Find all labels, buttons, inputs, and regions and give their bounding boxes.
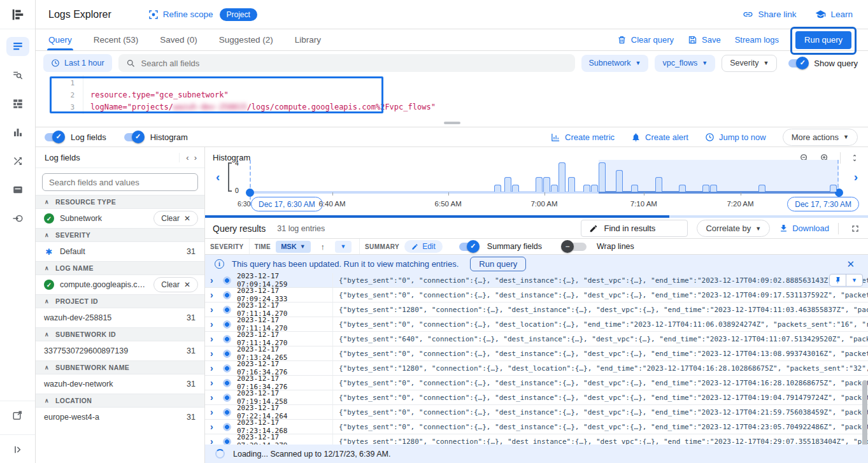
expand-row-icon[interactable]: › bbox=[210, 348, 223, 359]
log-field-value[interactable]: wazuh-dev-258815 31 bbox=[36, 308, 204, 327]
logging-product-logo-icon[interactable] bbox=[0, 0, 35, 29]
search-all-fields-input[interactable] bbox=[118, 54, 575, 72]
expand-rail-icon[interactable] bbox=[6, 440, 29, 459]
log-entry-row[interactable]: › 2023-12-17 07:11:14.270 {"bytes_sent":… bbox=[205, 317, 868, 332]
log-entry-row[interactable]: › 2023-12-17 07:22:14.264 {"bytes_sent":… bbox=[205, 405, 868, 420]
time-options-dropdown[interactable]: ▼ bbox=[335, 241, 352, 253]
histogram-bar[interactable] bbox=[830, 185, 837, 192]
histogram-bar[interactable] bbox=[599, 162, 606, 192]
log-entry-row[interactable]: › 2023-12-17 07:29:14.279 {"bytes_sent":… bbox=[205, 434, 868, 445]
histogram-bar[interactable] bbox=[504, 177, 511, 192]
histogram-toggle[interactable]: ✓ bbox=[124, 133, 142, 141]
log-entry-row[interactable]: › 2023-12-17 07:09:14.259 {"bytes_sent":… bbox=[205, 273, 868, 288]
log-entry-row[interactable]: › 2023-12-17 07:23:14.268 {"bytes_sent":… bbox=[205, 420, 868, 434]
show-query-toggle[interactable]: ✓ bbox=[788, 59, 806, 68]
histogram-bar[interactable] bbox=[758, 185, 765, 192]
banner-run-query-button[interactable]: Run query bbox=[470, 257, 526, 271]
create-metric-button[interactable]: Create metric bbox=[551, 132, 615, 142]
histogram-pan-left-icon[interactable]: ‹ bbox=[216, 170, 220, 184]
range-start-pill[interactable]: Dec 17, 6:30 AM bbox=[251, 197, 323, 211]
clear-filter-button[interactable]: Clear ✕ bbox=[153, 277, 198, 292]
row-actions-dropdown[interactable]: ▼ bbox=[846, 274, 862, 286]
histogram-bar[interactable] bbox=[583, 185, 590, 192]
histogram-bar[interactable] bbox=[631, 185, 638, 192]
log-fields-search[interactable] bbox=[42, 173, 198, 191]
nav-storage-icon[interactable] bbox=[6, 180, 29, 199]
nav-log-router-icon[interactable] bbox=[6, 152, 29, 171]
histogram-bar[interactable] bbox=[655, 177, 662, 192]
nav-log-sink-icon[interactable] bbox=[6, 209, 29, 228]
log-entry-row[interactable]: › 2023-12-17 07:11:14.270 {"bytes_sent":… bbox=[205, 303, 868, 317]
panel-collapse-icons[interactable]: ‹› bbox=[179, 153, 197, 162]
expand-row-icon[interactable]: › bbox=[210, 304, 223, 315]
histogram-bar[interactable] bbox=[591, 185, 598, 192]
log-field-section-header[interactable]: ∧ PROJECT ID bbox=[36, 294, 204, 308]
log-field-section-header[interactable]: ∧ SUBNETWORK NAME bbox=[36, 360, 204, 374]
log-field-value[interactable]: ✱ Default 31 bbox=[36, 242, 204, 261]
range-start-handle[interactable] bbox=[246, 189, 254, 197]
expand-row-icon[interactable]: › bbox=[210, 436, 223, 445]
timezone-selector[interactable]: MSK ▼ bbox=[276, 241, 310, 253]
log-field-section-header[interactable]: ∧ LOCATION bbox=[36, 394, 204, 408]
log-entry-row[interactable]: › 2023-12-17 07:19:14.258 {"bytes_sent":… bbox=[205, 390, 868, 405]
tab[interactable]: Saved (0) bbox=[160, 29, 197, 50]
tab[interactable]: Query bbox=[48, 29, 72, 50]
vertical-scrollbar[interactable] bbox=[862, 380, 867, 445]
editor-resize-handle[interactable] bbox=[444, 122, 460, 124]
log-field-section-header[interactable]: ∧ RESOURCE TYPE bbox=[36, 195, 204, 209]
resource-filter-chip[interactable]: Subnetwork ▼ bbox=[581, 55, 649, 72]
histogram-bar[interactable] bbox=[710, 185, 717, 192]
clear-query-button[interactable]: Clear query bbox=[617, 35, 674, 45]
histogram-pan-right-icon[interactable]: › bbox=[854, 170, 858, 184]
expand-histogram-icon[interactable] bbox=[850, 153, 859, 163]
histogram-bar[interactable] bbox=[559, 162, 566, 192]
severity-filter-chip[interactable]: Severity ▼ bbox=[722, 55, 777, 72]
expand-row-icon[interactable]: › bbox=[210, 392, 223, 402]
nav-log-search-icon[interactable] bbox=[6, 66, 29, 85]
expand-row-icon[interactable]: › bbox=[210, 407, 223, 417]
refine-scope-button[interactable]: Refine scope bbox=[148, 10, 213, 20]
log-field-value[interactable]: europe-west4-a 31 bbox=[36, 408, 204, 427]
stream-logs-button[interactable]: Stream logs bbox=[735, 35, 779, 45]
histogram-bar[interactable] bbox=[494, 185, 501, 192]
tab[interactable]: Suggested (2) bbox=[219, 29, 273, 50]
wrap-lines-toggle[interactable]: − bbox=[561, 240, 574, 253]
nav-logs-explorer-icon[interactable] bbox=[6, 37, 29, 56]
jump-to-now-button[interactable]: Jump to now bbox=[705, 132, 766, 142]
download-button[interactable]: Download bbox=[779, 224, 829, 233]
histogram-bar[interactable] bbox=[536, 177, 543, 192]
expand-row-icon[interactable]: › bbox=[210, 290, 223, 300]
more-actions-button[interactable]: More actions ▼ bbox=[783, 129, 858, 146]
log-field-section-header[interactable]: ∧ SUBNETWORK ID bbox=[36, 327, 204, 341]
scope-badge[interactable]: Project bbox=[220, 8, 257, 21]
log-fields-toggle[interactable]: ✓ bbox=[45, 133, 62, 141]
histogram-bar[interactable] bbox=[512, 185, 519, 192]
edit-summary-button[interactable]: Edit bbox=[404, 240, 443, 253]
clear-filter-button[interactable]: Clear ✕ bbox=[153, 211, 198, 226]
histogram-bar[interactable] bbox=[616, 170, 623, 192]
histogram-bar[interactable] bbox=[543, 177, 550, 192]
histogram-bar[interactable] bbox=[551, 185, 558, 192]
range-end-pill[interactable]: Dec 17, 7:30 AM bbox=[787, 197, 859, 211]
nav-log-analytics-icon[interactable] bbox=[6, 94, 29, 113]
save-button[interactable]: Save bbox=[688, 35, 721, 45]
learn-button[interactable]: Learn bbox=[815, 9, 853, 20]
log-entry-row[interactable]: › 2023-12-17 07:16:34.276 {"bytes_sent":… bbox=[205, 361, 868, 376]
close-banner-icon[interactable]: ✕ bbox=[846, 259, 858, 270]
expand-row-icon[interactable]: › bbox=[210, 334, 223, 344]
tab[interactable]: Recent (53) bbox=[94, 29, 139, 50]
query-text[interactable]: resource.type="gce_subnetwork"logName="p… bbox=[90, 77, 436, 113]
log-field-value[interactable]: wazuh-dev-network 31 bbox=[36, 374, 204, 394]
log-entry-row[interactable]: › 2023-12-17 07:11:14.270 {"bytes_sent":… bbox=[205, 332, 868, 346]
run-query-button[interactable]: Run query bbox=[795, 31, 851, 49]
histogram-bar[interactable] bbox=[568, 177, 575, 192]
query-editor[interactable]: 1 2 3 resource.type="gce_subnetwork"logN… bbox=[36, 75, 868, 127]
share-link-button[interactable]: Share link bbox=[743, 9, 796, 20]
histogram-bar[interactable] bbox=[702, 185, 709, 192]
summary-fields-toggle[interactable]: ✓ bbox=[459, 243, 477, 251]
expand-row-icon[interactable]: › bbox=[210, 319, 223, 329]
expand-row-icon[interactable]: › bbox=[210, 378, 223, 388]
nav-metrics-icon[interactable] bbox=[6, 123, 29, 142]
log-entry-row[interactable]: › 2023-12-17 07:09:24.333 {"bytes_sent":… bbox=[205, 288, 868, 303]
histogram-bar[interactable] bbox=[679, 185, 686, 192]
